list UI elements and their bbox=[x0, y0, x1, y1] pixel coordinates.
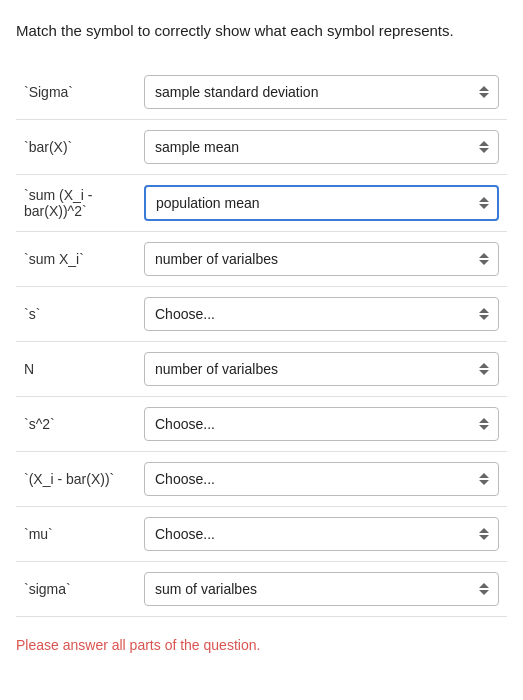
select-wrapper: Choose...sample standard deviationsample… bbox=[144, 572, 499, 606]
table-row: NChoose...sample standard deviationsampl… bbox=[16, 342, 507, 397]
answer-select-barX[interactable]: Choose...sample standard deviationsample… bbox=[144, 130, 499, 164]
symbol-label: `Sigma` bbox=[16, 65, 136, 120]
table-row: `sigma`Choose...sample standard deviatio… bbox=[16, 562, 507, 617]
table-row: `s`Choose...sample standard deviationsam… bbox=[16, 287, 507, 342]
symbol-label: `bar(X)` bbox=[16, 120, 136, 175]
table-row: `bar(X)`Choose...sample standard deviati… bbox=[16, 120, 507, 175]
symbol-label: `sigma` bbox=[16, 562, 136, 617]
select-wrapper: Choose...sample standard deviationsample… bbox=[144, 75, 499, 109]
answer-select-Xi_barX[interactable]: Choose...sample standard deviationsample… bbox=[144, 462, 499, 496]
answer-select-sigma[interactable]: Choose...sample standard deviationsample… bbox=[144, 75, 499, 109]
select-wrapper: Choose...sample standard deviationsample… bbox=[144, 407, 499, 441]
select-wrapper: Choose...sample standard deviationsample… bbox=[144, 297, 499, 331]
table-row: `mu`Choose...sample standard deviationsa… bbox=[16, 507, 507, 562]
answer-select-s[interactable]: Choose...sample standard deviationsample… bbox=[144, 297, 499, 331]
table-row: `s^2`Choose...sample standard deviations… bbox=[16, 397, 507, 452]
instructions-text: Match the symbol to correctly show what … bbox=[16, 20, 507, 41]
symbol-label: `mu` bbox=[16, 507, 136, 562]
table-row: `sum X_i`Choose...sample standard deviat… bbox=[16, 232, 507, 287]
answer-select-N[interactable]: Choose...sample standard deviationsample… bbox=[144, 352, 499, 386]
answer-select-sumXi[interactable]: Choose...sample standard deviationsample… bbox=[144, 185, 499, 221]
select-wrapper: Choose...sample standard deviationsample… bbox=[144, 462, 499, 496]
symbol-label: `s` bbox=[16, 287, 136, 342]
select-wrapper: Choose...sample standard deviationsample… bbox=[144, 130, 499, 164]
match-table: `Sigma`Choose...sample standard deviatio… bbox=[16, 65, 507, 617]
table-row: `Sigma`Choose...sample standard deviatio… bbox=[16, 65, 507, 120]
select-wrapper: Choose...sample standard deviationsample… bbox=[144, 242, 499, 276]
table-row: `sum (X_i - bar(X))^2`Choose...sample st… bbox=[16, 175, 507, 232]
symbol-label: `(X_i - bar(X))` bbox=[16, 452, 136, 507]
answer-select-mu[interactable]: Choose...sample standard deviationsample… bbox=[144, 517, 499, 551]
select-wrapper: Choose...sample standard deviationsample… bbox=[144, 352, 499, 386]
answer-select-sigmaLower[interactable]: Choose...sample standard deviationsample… bbox=[144, 572, 499, 606]
select-wrapper: Choose...sample standard deviationsample… bbox=[144, 185, 499, 221]
symbol-label: `s^2` bbox=[16, 397, 136, 452]
answer-select-sumXiSimple[interactable]: Choose...sample standard deviationsample… bbox=[144, 242, 499, 276]
select-wrapper: Choose...sample standard deviationsample… bbox=[144, 517, 499, 551]
table-row: `(X_i - bar(X))`Choose...sample standard… bbox=[16, 452, 507, 507]
error-message: Please answer all parts of the question. bbox=[16, 637, 507, 653]
symbol-label: `sum X_i` bbox=[16, 232, 136, 287]
answer-select-s2[interactable]: Choose...sample standard deviationsample… bbox=[144, 407, 499, 441]
symbol-label: `sum (X_i - bar(X))^2` bbox=[16, 175, 136, 232]
symbol-label: N bbox=[16, 342, 136, 397]
